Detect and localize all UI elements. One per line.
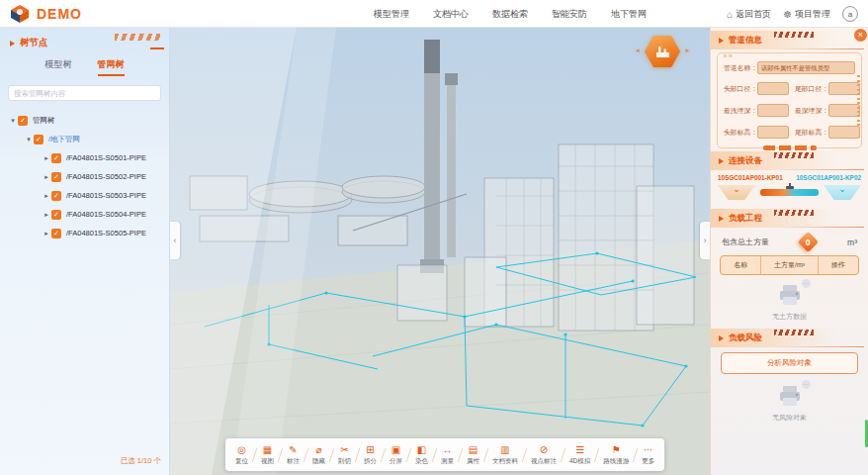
risk-empty-text: 无风险对象 — [711, 413, 868, 423]
plant-3d-scene — [170, 28, 710, 475]
project-management-link[interactable]: ☸ 项目管理 — [783, 8, 830, 21]
section-pipe-info-header[interactable]: 管道信息 — [711, 31, 868, 49]
column-volume: 土方量/m³ — [761, 256, 818, 274]
device-left-label[interactable]: 10SGC01AP001-KP01 — [718, 174, 783, 181]
toolbar-viewpoint[interactable]: ⊘视点标注 — [526, 444, 562, 466]
checkbox-checked-icon[interactable]: ✓ — [51, 229, 61, 238]
pipe-connection-bar — [760, 189, 819, 196]
toolbar-measure[interactable]: ↔测量 — [436, 444, 459, 466]
earthwork-table-header: 名称 土方量/m³ 操作 — [720, 255, 859, 275]
toolbar-hide[interactable]: ⌀隐藏 — [307, 444, 330, 466]
tree-search-input[interactable] — [14, 89, 155, 98]
toolbar-route-roam[interactable]: ⚑路线漫游 — [598, 444, 634, 466]
toolbar-properties[interactable]: ▤属性 — [462, 444, 484, 466]
line-decoration — [777, 169, 864, 170]
section-risk-header[interactable]: 负载风险 — [711, 329, 868, 347]
collapsed-arrow-icon[interactable]: ▸ — [42, 154, 51, 162]
collapsed-arrow-icon[interactable]: ▸ — [42, 192, 51, 200]
checkbox-checked-icon[interactable]: ✓ — [34, 135, 43, 144]
tree-search-box — [8, 85, 161, 101]
min-depth-label: 最浅埋深： — [724, 106, 757, 116]
tree-node-pipe[interactable]: ▸ ✓ /FA04801S-S0505-PIPE — [0, 224, 169, 242]
device-right-label[interactable]: 10SGC01AP001-KP02 — [796, 174, 861, 181]
toolbar-more[interactable]: ⋯更多 — [637, 444, 659, 466]
tail-elevation-label: 尾部标高： — [795, 128, 828, 138]
tree-node-root[interactable]: ▾ ✓ 管网树 — [0, 111, 169, 130]
toolbar-explode[interactable]: ⊞拆分 — [359, 444, 382, 466]
tree-node-group[interactable]: ▾ ✓ /地下管网 — [0, 130, 169, 148]
properties-icon: ▤ — [469, 444, 477, 456]
checkbox-checked-icon[interactable]: ✓ — [51, 153, 61, 163]
toolbar-reset[interactable]: ◎复位 — [230, 444, 253, 466]
viewport-3d[interactable]: ◂ ▸ ‹ › — [170, 28, 710, 475]
top-right-actions: ⌂ 返回首页 ☸ 项目管理 a — [727, 0, 858, 28]
toolbar-section[interactable]: ✂剖切 — [333, 444, 356, 466]
analyze-risk-button[interactable]: 分析风险对象 — [721, 352, 858, 374]
menu-item-pipenetwork[interactable]: 地下管网 — [611, 8, 647, 21]
tail-elevation-field[interactable] — [828, 126, 860, 139]
menu-item-search[interactable]: 数据检索 — [492, 8, 528, 21]
collapsed-arrow-icon[interactable]: ▸ — [42, 211, 51, 219]
checkbox-checked-icon[interactable]: ✓ — [18, 116, 28, 126]
tail-diameter-label: 尾部口径： — [795, 84, 828, 94]
device-right-funnel-icon[interactable]: ⌄ — [824, 185, 861, 200]
max-depth-field[interactable] — [828, 104, 860, 117]
toolbar-view[interactable]: ▦视图 — [256, 444, 279, 466]
menu-item-security[interactable]: 智能安防 — [552, 8, 587, 21]
head-elevation-field[interactable] — [757, 126, 789, 139]
dash-decoration — [763, 145, 817, 150]
pipe-info-panel: × 管道信息 管道名称： 该部件属性不是管线类型 头部口径： 尾部口径： 最浅埋… — [710, 28, 868, 475]
section-arrow-icon — [719, 38, 724, 44]
toolbar-documents[interactable]: ▥文档资料 — [487, 444, 523, 466]
tree-node-pipe[interactable]: ▸ ✓ /FA04801S-S0502-PIPE — [0, 167, 169, 186]
pipe-name-label: 管道名称： — [724, 63, 757, 73]
pipe-name-field[interactable]: 该部件属性不是管线类型 — [757, 61, 855, 74]
rotate-right-icon[interactable]: ▸ — [685, 47, 689, 54]
checkbox-checked-icon[interactable]: ✓ — [51, 191, 61, 201]
expand-arrow-icon[interactable]: ▾ — [24, 136, 34, 143]
toolbar-4d-simulation[interactable]: ☰4D模拟 — [564, 444, 595, 466]
expand-arrow-icon[interactable]: ▾ — [8, 117, 18, 125]
checkbox-checked-icon[interactable]: ✓ — [51, 210, 61, 220]
right-panel-collapse-handle[interactable]: › — [700, 222, 710, 259]
section-arrow-icon — [10, 41, 15, 47]
empty-printer-icon: ⋯ — [777, 284, 803, 308]
toolbar-markup[interactable]: ✎标注 — [282, 444, 304, 466]
tree-node-pipe[interactable]: ▸ ✓ /FA04801S-S0501-PIPE — [0, 148, 169, 167]
tree-node-pipe[interactable]: ▸ ✓ /FA04801S-S0503-PIPE — [0, 186, 169, 205]
close-icon[interactable]: × — [854, 29, 867, 42]
tail-diameter-field[interactable] — [828, 82, 860, 95]
tab-pipe-network-tree[interactable]: 管网树 — [98, 58, 125, 76]
checkbox-checked-icon[interactable]: ✓ — [51, 172, 61, 182]
avatar[interactable]: a — [842, 6, 858, 22]
toolbar-splitscreen[interactable]: ▣分屏 — [385, 444, 407, 466]
tab-model-tree[interactable]: 模型树 — [45, 58, 72, 76]
explode-icon: ⊞ — [366, 444, 374, 456]
tree-node-pipe[interactable]: ▸ ✓ /FA04801S-S0504-PIPE — [0, 205, 169, 224]
app-logo[interactable]: DEMO — [10, 4, 82, 24]
toolbar-paint[interactable]: ◧染色 — [410, 444, 433, 466]
home-link[interactable]: ⌂ 返回首页 — [727, 8, 771, 21]
min-depth-field[interactable] — [757, 104, 789, 117]
rotate-left-icon[interactable]: ◂ — [636, 47, 640, 54]
section-earthwork-header[interactable]: 负载工程 — [711, 209, 868, 228]
earthwork-empty-state: ⋯ 无土方数据 — [720, 275, 859, 326]
section-devices-header[interactable]: 连接设备 — [711, 151, 868, 170]
app-window: DEMO 模型管理 文档中心 数据检索 智能安防 地下管网 ⌂ 返回首页 ☸ 项… — [0, 0, 868, 475]
earthwork-total-label: 包含总土方量 — [722, 237, 769, 247]
menu-item-documents[interactable]: 文档中心 — [433, 8, 469, 21]
navigation-cube[interactable]: ◂ ▸ — [643, 33, 682, 70]
head-diameter-field[interactable] — [757, 82, 789, 95]
line-decoration — [777, 48, 864, 49]
left-panel-collapse-handle[interactable]: ‹ — [170, 222, 180, 259]
device-left-funnel-icon[interactable]: ⌄ — [718, 185, 755, 200]
logo-text: DEMO — [37, 6, 82, 22]
menu-item-model[interactable]: 模型管理 — [374, 8, 409, 21]
collapsed-arrow-icon[interactable]: ▸ — [42, 230, 51, 238]
viewer-toolbar: ◎复位 ▦视图 ✎标注 ⌀隐藏 ✂剖切 ⊞拆分 ▣分屏 ◧染色 ↔测量 ▤属性 … — [225, 438, 664, 471]
route-icon: ⚑ — [612, 444, 621, 456]
section-arrow-icon — [719, 335, 724, 341]
collapsed-arrow-icon[interactable]: ▸ — [42, 173, 51, 181]
head-elevation-label: 头部标高： — [724, 128, 757, 138]
risk-empty-state: ⋯ 无风险对象 — [711, 376, 868, 427]
